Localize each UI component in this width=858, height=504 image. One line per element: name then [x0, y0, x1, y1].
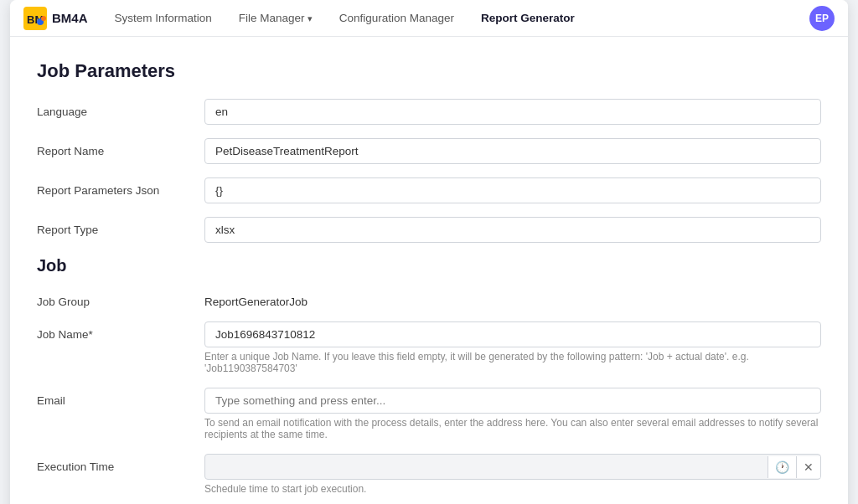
svg-point-3 — [41, 16, 46, 21]
nav-configuration-manager[interactable]: Configuration Manager — [329, 7, 464, 29]
language-row: Language — [37, 99, 821, 125]
logo[interactable]: BM BM4A — [23, 7, 88, 30]
email-label: Email — [37, 388, 204, 407]
email-input[interactable] — [204, 388, 821, 414]
section-title: Job Parameters — [37, 60, 821, 82]
navbar: BM BM4A System Information File Manager … — [10, 0, 848, 37]
job-name-label: Job Name* — [37, 321, 204, 341]
report-params-label: Report Parameters Json — [37, 177, 204, 197]
clock-button[interactable]: 🕐 — [768, 456, 796, 478]
execution-time-wrap: 🕐 ✕ — [204, 454, 821, 480]
report-name-input[interactable] — [204, 138, 821, 164]
report-params-input[interactable] — [204, 177, 821, 203]
job-name-hint: Enter a unique Job Name. If you leave th… — [204, 351, 821, 374]
execution-time-row: Execution Time 🕐 ✕ Schedule time to star… — [37, 454, 821, 495]
report-name-label: Report Name — [37, 138, 204, 157]
nav-system-information[interactable]: System Information — [105, 7, 222, 29]
nav-report-generator[interactable]: Report Generator — [471, 7, 585, 29]
logo-text: BM4A — [52, 11, 88, 25]
logo-icon: BM — [23, 7, 47, 30]
job-group-label: Job Group — [37, 289, 204, 308]
email-row: Email To send an email notification with… — [37, 388, 821, 440]
job-group-row: Job Group ReportGeneratorJob — [37, 289, 821, 308]
job-name-row: Job Name* Enter a unique Job Name. If yo… — [37, 321, 821, 374]
execution-time-label: Execution Time — [37, 454, 204, 473]
app-window: BM BM4A System Information File Manager … — [10, 0, 848, 504]
language-label: Language — [37, 99, 204, 118]
main-content: Job Parameters Language Report Name Repo… — [10, 37, 848, 504]
sub-section-title: Job — [37, 256, 821, 275]
clear-button[interactable]: ✕ — [796, 456, 820, 478]
user-avatar[interactable]: EP — [809, 6, 835, 31]
report-type-input[interactable] — [204, 217, 821, 243]
job-group-value: ReportGeneratorJob — [204, 289, 308, 308]
execution-time-input[interactable] — [205, 455, 768, 479]
report-type-label: Report Type — [37, 217, 204, 236]
email-hint: To send an email notification with the p… — [204, 417, 821, 440]
language-input[interactable] — [204, 99, 821, 125]
report-name-row: Report Name — [37, 138, 821, 164]
execution-time-hint: Schedule time to start job execution. — [204, 483, 821, 495]
report-type-row: Report Type — [37, 217, 821, 243]
job-name-input[interactable] — [204, 321, 821, 347]
nav-file-manager[interactable]: File Manager — [229, 7, 323, 29]
report-params-row: Report Parameters Json — [37, 177, 821, 203]
